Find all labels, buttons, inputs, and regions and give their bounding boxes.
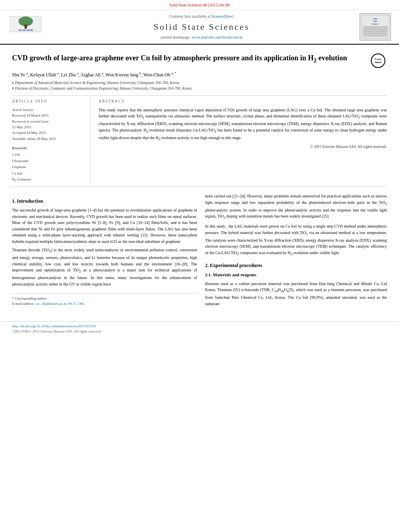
- materials-para: Benzene used as a carbon precursor mater…: [205, 281, 387, 307]
- issn-line: 1293-2558/© 2015 Elsevier Masson SAS. Al…: [12, 329, 387, 334]
- doi-link[interactable]: http://dx.doi.org/10.1016/j.solidstatesc…: [12, 324, 96, 328]
- homepage-prefix: journal homepage:: [160, 35, 191, 39]
- introduction-heading: 1. Introduction: [12, 198, 197, 205]
- right-body-column: been carried out [21–24]. However, many …: [205, 193, 387, 309]
- left-body-column: 1. Introduction The successful growth of…: [12, 193, 197, 309]
- right-para-2: In this study , the LAG materials were g…: [205, 223, 387, 257]
- title-text: CVD growth of large-area graphene over C…: [12, 54, 347, 62]
- article-info-column: ARTICLE INFO Article history: Received 2…: [12, 99, 90, 183]
- right-para-1: been carried out [21–24]. However, many …: [205, 193, 387, 221]
- introduction-body: The successful growth of large-area grap…: [12, 207, 197, 287]
- journal-citation: Solid State Sciences 46 (2015) 84–88: [169, 3, 230, 7]
- journal-center-content: Contents lists available at ScienceDirec…: [47, 14, 356, 41]
- keyword-cu-foil: Cu foil: [12, 170, 84, 177]
- history-label: Article history:: [12, 107, 84, 113]
- crossmark-icon: Cross Mark: [371, 53, 385, 68]
- footnote-section: * Corresponding author. E-mail address: …: [12, 293, 197, 306]
- svg-text:Solid: Solid: [373, 18, 377, 20]
- journal-citation-bar: Solid State Sciences 46 (2015) 84–88: [0, 0, 399, 10]
- main-content: 1. Introduction The successful growth of…: [12, 193, 387, 309]
- available-date: Available online 28 May 2015: [12, 136, 84, 142]
- corresponding-author-note: * Corresponding author.: [12, 296, 197, 301]
- elsevier-image: ELSEVIER: [10, 16, 42, 32]
- footer-bar: http://dx.doi.org/10.1016/j.solidstatesc…: [0, 321, 399, 336]
- received-date: Received 24 March 2015: [12, 113, 84, 118]
- article-body: CVD growth of large-area graphene over C…: [0, 45, 399, 317]
- journal-header: ELSEVIER Contents lists available at Sci…: [0, 10, 399, 45]
- materials-text: Benzene used as a carbon precursor mater…: [205, 281, 387, 307]
- revised-date-value: 22 May 2015: [12, 124, 84, 130]
- body-divider: [12, 187, 387, 187]
- abstract-text: This study reports that the atmospheric …: [99, 107, 387, 142]
- keyword-graphene: Graphene: [12, 164, 84, 170]
- authors-line: Shu Ye a, Kefayat Ullah a, Lei Zhu a, As…: [12, 71, 387, 78]
- journal-cover-thumbnail: Solid State Sciences: [360, 13, 391, 41]
- keyword-h2: H2 evolution: [12, 177, 84, 184]
- right-body-text: been carried out [21–24]. However, many …: [205, 193, 387, 257]
- intro-para-1: The successful growth of large-area grap…: [12, 207, 197, 244]
- header-divider: [12, 95, 387, 96]
- svg-rect-2: [25, 25, 27, 29]
- keywords-section: Keywords: CVD Ultrasound Graphene Cu foi…: [12, 146, 84, 183]
- svg-text:Cross: Cross: [375, 58, 382, 61]
- sd-prefix-text: Contents lists available at: [169, 14, 210, 18]
- article-info-label: ARTICLE INFO: [12, 99, 84, 104]
- affiliations-block: a Department of Advanced Materials Scien…: [12, 80, 387, 92]
- journal-title: Solid State Sciences: [47, 21, 356, 33]
- crossmark-badge-container: Cross Mark: [371, 53, 387, 68]
- svg-text:Sciences: Sciences: [372, 23, 379, 25]
- materials-heading: 2.1. Materials and reagents: [205, 272, 387, 278]
- svg-text:State: State: [373, 20, 377, 22]
- article-info-abstract: ARTICLE INFO Article history: Received 2…: [12, 99, 387, 183]
- received-revised-date: Received in revised form: [12, 119, 84, 124]
- affiliation-a: a Department of Advanced Materials Scien…: [12, 80, 387, 86]
- intro-para-2: Titanium dioxide (TiO2) is the most wide…: [12, 247, 197, 287]
- homepage-link[interactable]: www.elsevier.com/locate/ssscie: [191, 35, 243, 39]
- keyword-cvd: CVD: [12, 152, 84, 158]
- affiliation-b: b Division of Electronic, Computer and C…: [12, 86, 387, 91]
- keyword-list: CVD Ultrasound Graphene Cu foil H2 evolu…: [12, 152, 84, 184]
- svg-text:ELSEVIER: ELSEVIER: [19, 29, 33, 32]
- email-note: E-mail address: wc_oh@hanseo.ac.kr (W.-C…: [12, 301, 197, 306]
- sciencedirect-link[interactable]: ScienceDirect: [211, 14, 234, 18]
- email-label: E-mail address:: [12, 302, 35, 306]
- experimental-heading: 2. Experimental procedures: [205, 262, 387, 269]
- sciencedirect-line: Contents lists available at ScienceDirec…: [47, 14, 356, 19]
- doi-line: http://dx.doi.org/10.1016/j.solidstatesc…: [12, 324, 387, 329]
- article-history: Article history: Received 24 March 2015 …: [12, 107, 84, 142]
- email-link[interactable]: wc_oh@hanseo.ac.kr (W.-C. Oh).: [35, 302, 84, 306]
- abstract-label: ABSTRACT: [99, 99, 387, 104]
- elsevier-logo: ELSEVIER: [8, 16, 43, 38]
- journal-homepage-line: journal homepage: www.elsevier.com/locat…: [47, 35, 356, 40]
- svg-text:Mark: Mark: [374, 61, 381, 64]
- article-title-block: CVD growth of large-area graphene over C…: [12, 53, 387, 68]
- copyright-text: © 2015 Elsevier Masson SAS. All rights r…: [99, 144, 387, 150]
- keyword-ultrasound: Ultrasound: [12, 158, 84, 164]
- abstract-column: ABSTRACT This study reports that the atm…: [99, 99, 387, 183]
- keywords-label: Keywords:: [12, 146, 84, 151]
- article-title-text: CVD growth of large-area graphene over C…: [12, 53, 371, 64]
- accepted-date: Accepted 24 May 2015: [12, 130, 84, 136]
